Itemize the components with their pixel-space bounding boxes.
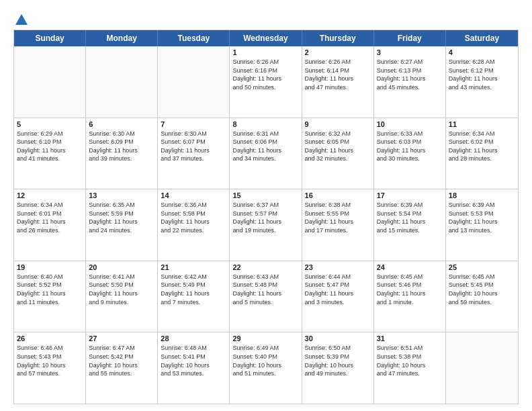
calendar-cell: 3Sunrise: 6:27 AM Sunset: 6:13 PM Daylig… [374,46,446,118]
cell-details: Sunrise: 6:34 AM Sunset: 6:02 PM Dayligh… [449,130,515,163]
day-number: 12 [17,191,83,199]
cell-details: Sunrise: 6:38 AM Sunset: 5:55 PM Dayligh… [305,201,371,234]
calendar-cell: 19Sunrise: 6:40 AM Sunset: 5:52 PM Dayli… [14,261,86,332]
day-number: 27 [89,334,154,342]
weekday-header: Thursday [302,30,374,46]
cell-details: Sunrise: 6:40 AM Sunset: 5:52 PM Dayligh… [17,273,83,306]
day-number: 14 [161,191,226,199]
cell-details: Sunrise: 6:29 AM Sunset: 6:10 PM Dayligh… [17,130,83,163]
calendar-cell: 17Sunrise: 6:39 AM Sunset: 5:54 PM Dayli… [374,189,446,261]
calendar-cell: 25Sunrise: 6:45 AM Sunset: 5:45 PM Dayli… [446,261,518,332]
weekday-header: Friday [374,30,446,46]
day-number: 16 [305,191,371,199]
calendar-cell: 23Sunrise: 6:44 AM Sunset: 5:47 PM Dayli… [302,261,374,332]
calendar-cell: 5Sunrise: 6:29 AM Sunset: 6:10 PM Daylig… [14,118,86,189]
day-number: 31 [377,334,443,342]
calendar-cell: 16Sunrise: 6:38 AM Sunset: 5:55 PM Dayli… [302,189,374,261]
calendar-cell [446,332,518,404]
day-number: 4 [449,48,515,56]
calendar-row: 19Sunrise: 6:40 AM Sunset: 5:52 PM Dayli… [14,261,518,333]
calendar-cell: 15Sunrise: 6:37 AM Sunset: 5:57 PM Dayli… [230,189,302,261]
weekday-header: Sunday [14,30,86,46]
calendar-row: 1Sunrise: 6:26 AM Sunset: 6:16 PM Daylig… [14,46,518,118]
weekday-header: Saturday [446,30,518,46]
cell-details: Sunrise: 6:33 AM Sunset: 6:03 PM Dayligh… [377,130,443,163]
cell-details: Sunrise: 6:30 AM Sunset: 6:07 PM Dayligh… [161,130,226,163]
calendar-cell: 9Sunrise: 6:32 AM Sunset: 6:05 PM Daylig… [302,118,374,189]
day-number: 30 [305,334,371,342]
page: SundayMondayTuesdayWednesdayThursdayFrid… [0,0,532,411]
calendar-cell: 20Sunrise: 6:41 AM Sunset: 5:50 PM Dayli… [86,261,158,332]
calendar-row: 26Sunrise: 6:46 AM Sunset: 5:43 PM Dayli… [14,332,518,404]
day-number: 8 [232,120,298,128]
svg-marker-0 [15,14,28,25]
calendar-row: 5Sunrise: 6:29 AM Sunset: 6:10 PM Daylig… [14,118,518,190]
day-number: 1 [232,48,298,56]
day-number: 7 [161,120,226,128]
calendar-cell: 28Sunrise: 6:48 AM Sunset: 5:41 PM Dayli… [158,332,230,404]
day-number: 18 [449,191,515,199]
calendar-cell: 12Sunrise: 6:34 AM Sunset: 6:01 PM Dayli… [14,189,86,261]
calendar-cell [158,46,230,118]
cell-details: Sunrise: 6:43 AM Sunset: 5:48 PM Dayligh… [232,273,298,306]
calendar-cell: 13Sunrise: 6:35 AM Sunset: 5:59 PM Dayli… [86,189,158,261]
calendar-cell: 31Sunrise: 6:51 AM Sunset: 5:38 PM Dayli… [374,332,446,404]
day-number: 10 [377,120,443,128]
day-number: 29 [232,334,298,342]
cell-details: Sunrise: 6:36 AM Sunset: 5:58 PM Dayligh… [161,201,226,234]
cell-details: Sunrise: 6:50 AM Sunset: 5:39 PM Dayligh… [305,344,371,377]
calendar-cell [14,46,86,118]
header [13,12,519,24]
cell-details: Sunrise: 6:31 AM Sunset: 6:06 PM Dayligh… [232,130,298,163]
day-number: 20 [89,263,154,271]
cell-details: Sunrise: 6:27 AM Sunset: 6:13 PM Dayligh… [377,58,443,91]
cell-details: Sunrise: 6:32 AM Sunset: 6:05 PM Dayligh… [305,130,371,163]
calendar-cell: 24Sunrise: 6:45 AM Sunset: 5:46 PM Dayli… [374,261,446,332]
weekday-header: Tuesday [158,30,230,46]
day-number: 17 [377,191,443,199]
cell-details: Sunrise: 6:26 AM Sunset: 6:16 PM Dayligh… [232,58,298,91]
cell-details: Sunrise: 6:45 AM Sunset: 5:46 PM Dayligh… [377,273,443,306]
day-number: 15 [232,191,298,199]
calendar-cell: 4Sunrise: 6:28 AM Sunset: 6:12 PM Daylig… [446,46,518,118]
day-number: 3 [377,48,443,56]
cell-details: Sunrise: 6:48 AM Sunset: 5:41 PM Dayligh… [161,344,226,377]
day-number: 9 [305,120,371,128]
calendar-cell: 2Sunrise: 6:26 AM Sunset: 6:14 PM Daylig… [302,46,374,118]
day-number: 26 [17,334,83,342]
cell-details: Sunrise: 6:39 AM Sunset: 5:53 PM Dayligh… [449,201,515,234]
calendar-cell: 6Sunrise: 6:30 AM Sunset: 6:09 PM Daylig… [86,118,158,189]
cell-details: Sunrise: 6:45 AM Sunset: 5:45 PM Dayligh… [449,273,515,306]
calendar-cell: 8Sunrise: 6:31 AM Sunset: 6:06 PM Daylig… [230,118,302,189]
cell-details: Sunrise: 6:51 AM Sunset: 5:38 PM Dayligh… [377,344,443,377]
calendar-cell: 21Sunrise: 6:42 AM Sunset: 5:49 PM Dayli… [158,261,230,332]
calendar-row: 12Sunrise: 6:34 AM Sunset: 6:01 PM Dayli… [14,189,518,261]
calendar-cell: 10Sunrise: 6:33 AM Sunset: 6:03 PM Dayli… [374,118,446,189]
logo-icon [14,12,29,27]
day-number: 25 [449,263,515,271]
day-number: 21 [161,263,226,271]
cell-details: Sunrise: 6:39 AM Sunset: 5:54 PM Dayligh… [377,201,443,234]
day-number: 6 [89,120,154,128]
day-number: 11 [449,120,515,128]
weekday-header: Monday [86,30,158,46]
calendar: SundayMondayTuesdayWednesdayThursdayFrid… [13,30,519,404]
day-number: 23 [305,263,371,271]
day-number: 2 [305,48,371,56]
calendar-cell: 7Sunrise: 6:30 AM Sunset: 6:07 PM Daylig… [158,118,230,189]
day-number: 19 [17,263,83,271]
cell-details: Sunrise: 6:47 AM Sunset: 5:42 PM Dayligh… [89,344,154,377]
calendar-header: SundayMondayTuesdayWednesdayThursdayFrid… [14,30,518,46]
calendar-cell: 26Sunrise: 6:46 AM Sunset: 5:43 PM Dayli… [14,332,86,404]
cell-details: Sunrise: 6:46 AM Sunset: 5:43 PM Dayligh… [17,344,83,377]
cell-details: Sunrise: 6:26 AM Sunset: 6:14 PM Dayligh… [305,58,371,91]
weekday-header: Wednesday [230,30,302,46]
cell-details: Sunrise: 6:49 AM Sunset: 5:40 PM Dayligh… [232,344,298,377]
calendar-cell [86,46,158,118]
logo [13,12,29,24]
cell-details: Sunrise: 6:35 AM Sunset: 5:59 PM Dayligh… [89,201,154,234]
calendar-cell: 18Sunrise: 6:39 AM Sunset: 5:53 PM Dayli… [446,189,518,261]
cell-details: Sunrise: 6:44 AM Sunset: 5:47 PM Dayligh… [305,273,371,306]
day-number: 28 [161,334,226,342]
calendar-cell: 27Sunrise: 6:47 AM Sunset: 5:42 PM Dayli… [86,332,158,404]
